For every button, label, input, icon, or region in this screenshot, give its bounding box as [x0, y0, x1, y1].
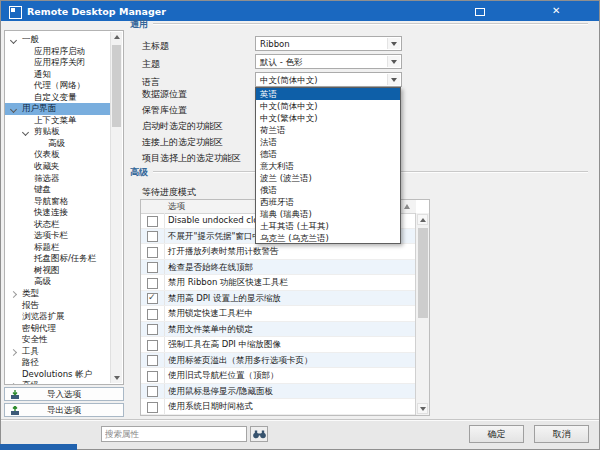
dropdown-item[interactable]: 德语	[256, 148, 400, 160]
dropdown-item[interactable]: 中文(简体中文)	[256, 100, 400, 112]
maximize-icon[interactable]	[475, 8, 485, 16]
table-scrollbar[interactable]	[415, 213, 429, 415]
checkbox-unchecked[interactable]	[147, 355, 158, 366]
sidebar-item[interactable]: 应用程序关闭	[5, 57, 111, 69]
close-icon[interactable]: ✕	[552, 5, 560, 17]
checkbox-unchecked[interactable]	[147, 278, 158, 289]
checkbox-unchecked[interactable]	[147, 402, 158, 413]
scroll-down-icon[interactable]	[417, 403, 428, 414]
tree-scrollbar-thumb[interactable]	[112, 45, 121, 127]
sidebar-item[interactable]: 高级	[5, 138, 111, 150]
checkbox-unchecked[interactable]	[147, 231, 158, 242]
chevron-down-icon[interactable]	[10, 106, 17, 113]
sidebar-item[interactable]: 通知	[5, 69, 111, 81]
dropdown-item[interactable]: 意大利语	[256, 160, 400, 172]
sidebar-item[interactable]: 选项卡栏	[5, 230, 111, 242]
sidebar-item[interactable]: 仪表板	[5, 149, 111, 161]
combobox-arrow-button[interactable]	[387, 38, 400, 49]
field-combobox[interactable]: 中文(简体中文)	[255, 72, 402, 87]
sidebar-item[interactable]: 收藏夹	[5, 161, 111, 173]
checkbox-unchecked[interactable]	[147, 309, 158, 320]
chevron-right-icon[interactable]	[10, 349, 17, 356]
dropdown-item[interactable]: 俄语	[256, 184, 400, 196]
field-combobox[interactable]: Ribbon	[255, 36, 402, 51]
sidebar-item[interactable]: 键盘	[5, 184, 111, 196]
checkbox-unchecked[interactable]	[147, 324, 158, 335]
scroll-up-icon[interactable]	[417, 214, 428, 225]
sidebar-item[interactable]: 快速连接	[5, 207, 111, 219]
sidebar-item[interactable]: 一般	[5, 34, 111, 46]
sidebar-item[interactable]: 安全性	[5, 334, 111, 346]
sidebar-item[interactable]: 自定义变量	[5, 92, 111, 104]
import-options-button[interactable]: 导入选项	[4, 387, 124, 401]
dropdown-item[interactable]: 西班牙语	[256, 196, 400, 208]
dropdown-item[interactable]: 乌克兰 (乌克兰语)	[256, 232, 400, 244]
cancel-button[interactable]: 取消	[534, 425, 589, 443]
sidebar-item[interactable]: 导航窗格	[5, 196, 111, 208]
option-row[interactable]: 使用标签页溢出（禁用多行选项卡页）	[141, 353, 416, 369]
sidebar-item[interactable]: 上下文菜单	[5, 115, 111, 127]
checkbox-unchecked[interactable]	[147, 340, 158, 351]
sidebar-item[interactable]: 工具	[5, 346, 111, 358]
sidebar-item[interactable]: 路径	[5, 357, 111, 369]
sidebar-item[interactable]: 状态栏	[5, 219, 111, 231]
combobox-arrow-button[interactable]	[387, 74, 400, 85]
settings-nav-panel: 一般应用程序启动应用程序关闭通知代理（网络）自定义变量用户界面上下文菜单剪贴板高…	[4, 30, 124, 385]
checkbox-checked[interactable]: ✓	[147, 293, 158, 304]
checkbox-unchecked[interactable]	[147, 386, 158, 397]
sidebar-item[interactable]: 用户界面	[5, 103, 111, 115]
checkbox-unchecked[interactable]	[147, 262, 158, 273]
column-divider	[164, 291, 165, 306]
chevron-down-icon[interactable]	[22, 129, 29, 136]
sidebar-item[interactable]: 浏览器扩展	[5, 311, 111, 323]
checkbox-unchecked[interactable]	[147, 216, 158, 227]
sidebar-item[interactable]: 托盘图标/任务栏	[5, 253, 111, 265]
option-row[interactable]: 禁用文件菜单中的锁定	[141, 322, 416, 338]
option-row[interactable]: 禁用 Ribbon 功能区快速工具栏	[141, 275, 416, 291]
tree-scrollbar[interactable]	[110, 32, 122, 383]
dropdown-item[interactable]: 中文(繁体中文)	[256, 112, 400, 124]
option-row[interactable]: 打开播放列表时禁用计数警告	[141, 244, 416, 260]
dropdown-item[interactable]: 法语	[256, 136, 400, 148]
sidebar-item[interactable]: 高级	[5, 380, 111, 385]
scroll-down-icon[interactable]	[111, 372, 122, 383]
sidebar-item[interactable]: 树视图	[5, 265, 111, 277]
sidebar-item[interactable]: 应用程序启动	[5, 46, 111, 58]
combobox-arrow-button[interactable]	[387, 56, 400, 67]
titlebar[interactable]: Remote Desktop Manager ✕	[1, 1, 599, 21]
dropdown-item[interactable]: 土耳其语 (土耳其)	[256, 220, 400, 232]
dropdown-item[interactable]: 波兰 (波兰语)	[256, 172, 400, 184]
field-combobox[interactable]: 默认 - 色彩	[255, 54, 402, 69]
sidebar-item[interactable]: 密钥代理	[5, 323, 111, 335]
option-row[interactable]: 强制工具在高 DPI 中缩放图像	[141, 337, 416, 353]
sidebar-item[interactable]: 标题栏	[5, 242, 111, 254]
chevron-right-icon[interactable]	[10, 291, 17, 298]
option-row[interactable]: 禁用锁定快速工具栏中	[141, 306, 416, 322]
dropdown-item[interactable]: 英语	[256, 88, 400, 100]
chevron-right-icon[interactable]	[10, 383, 17, 385]
dropdown-item[interactable]: 瑞典 (瑞典语)	[256, 208, 400, 220]
search-button[interactable]	[250, 426, 268, 442]
sidebar-item[interactable]: 筛选器	[5, 173, 111, 185]
option-row[interactable]: ✓禁用高 DPI 设置上的显示缩放	[141, 291, 416, 307]
ok-button[interactable]: 确定	[469, 425, 524, 443]
sidebar-item[interactable]: Devolutions 帐户	[5, 369, 111, 381]
chevron-down-icon[interactable]	[10, 37, 17, 44]
search-input[interactable]	[101, 426, 247, 442]
scroll-up-icon[interactable]	[111, 32, 122, 43]
checkbox-unchecked[interactable]	[147, 247, 158, 258]
option-row[interactable]: 使用鼠标悬停显示/隐藏面板	[141, 384, 416, 400]
checkbox-unchecked[interactable]	[147, 371, 158, 382]
sidebar-item[interactable]: 类型	[5, 288, 111, 300]
dropdown-item[interactable]: 荷兰语	[256, 124, 400, 136]
sidebar-item[interactable]: 高级	[5, 276, 111, 288]
sidebar-item[interactable]: 剪贴板	[5, 126, 111, 138]
sidebar-item[interactable]: 报告	[5, 300, 111, 312]
sidebar-item-label: 上下文菜单	[34, 115, 77, 127]
option-row[interactable]: 使用系统日期时间格式	[141, 399, 416, 415]
option-row[interactable]: 检查是否始终在线顶部	[141, 260, 416, 276]
sidebar-item[interactable]: 代理（网络）	[5, 80, 111, 92]
table-scrollbar-thumb[interactable]	[418, 228, 428, 318]
option-row[interactable]: 使用旧式导航栏位置（顶部）	[141, 368, 416, 384]
export-options-button[interactable]: 导出选项	[4, 403, 124, 417]
